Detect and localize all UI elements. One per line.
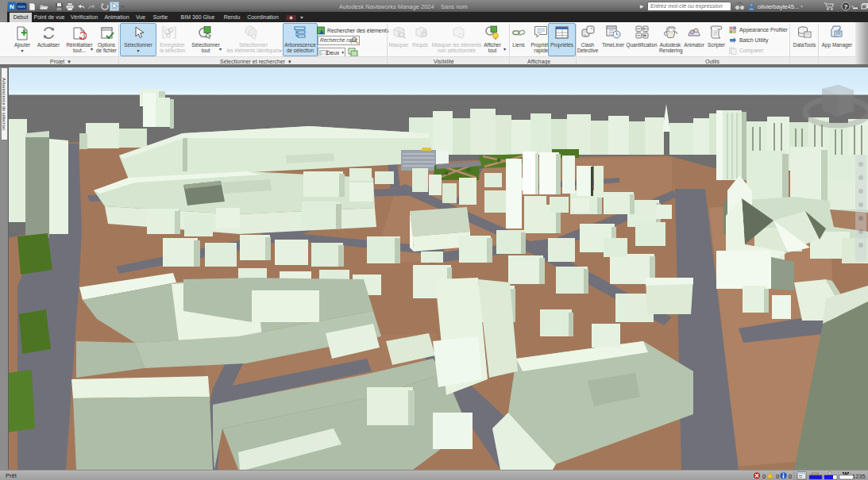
svg-text:N: N xyxy=(10,3,14,10)
svg-text:olivierbayle45...: olivierbayle45... xyxy=(758,3,799,10)
svg-text:0: 0 xyxy=(789,473,792,480)
svg-text:NWS: NWS xyxy=(17,5,25,9)
svg-text:0: 0 xyxy=(762,473,766,480)
svg-text:0: 0 xyxy=(776,473,779,480)
svg-text:1235: 1235 xyxy=(852,473,866,480)
svg-text:?: ? xyxy=(844,3,848,10)
